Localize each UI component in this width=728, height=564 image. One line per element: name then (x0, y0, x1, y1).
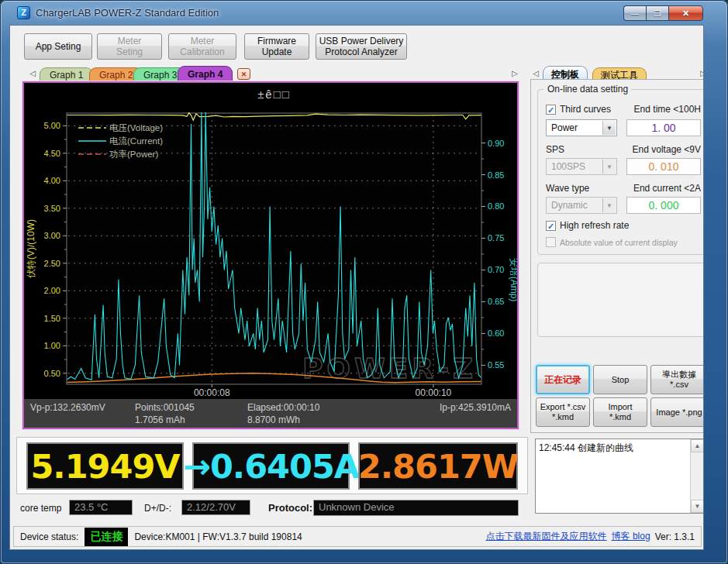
meter-setting-l1: Meter (98, 36, 161, 46)
voltage-display: 5.1949V (26, 442, 184, 490)
svg-text:3.50: 3.50 (44, 204, 60, 213)
end-time-label: End time <100H (623, 104, 701, 115)
export-l2: *.kmd (537, 412, 589, 422)
firmware-l1: Firmware (245, 36, 309, 46)
chart-info-bar: Vp-p:132.2630mV Points:001045 Elapsed:00… (24, 399, 517, 428)
tabs-scroll-right-icon[interactable]: ▷ (509, 67, 520, 80)
record-label: 正在记录 (537, 375, 588, 385)
meter-cal-l1: Meter (169, 36, 236, 46)
readout-panel: 5.1949V →0.6405A 2.8617W (16, 437, 528, 494)
elapsed-readout: Elapsed:00:00:10 (247, 402, 319, 413)
meter-setting-button: MeterSeting (97, 33, 162, 60)
high-refresh-checkbox[interactable]: ✓ High refresh rate (546, 220, 629, 231)
app-setting-label: App Seting (25, 41, 91, 52)
svg-text:00:00:08: 00:00:08 (194, 387, 230, 398)
svg-text:0.85: 0.85 (488, 170, 504, 180)
usb-pd-l2: Protocol Analyzer (316, 46, 406, 57)
right-tabs-scroll-left-icon[interactable]: ◁ (530, 67, 541, 80)
protocol-label: Protocol: (268, 502, 312, 514)
close-icon[interactable]: ✕ (668, 5, 703, 21)
meter-cal-l2: Calibration (169, 46, 236, 57)
svg-text:电压(Voltage): 电压(Voltage) (109, 123, 163, 132)
current-display: →0.6405A (192, 442, 350, 490)
vpp-readout: Vp-p:132.2630mV (30, 402, 105, 413)
svg-text:2.00: 2.00 (44, 286, 60, 295)
svg-text:±ê□□: ±ê□□ (257, 88, 291, 101)
record-button[interactable]: 正在记录 (536, 365, 590, 394)
mah-readout: 1.7056 mAh (135, 414, 185, 425)
window-controls: — ❐ ✕ (623, 5, 703, 21)
import-l2: *.kmd (594, 412, 647, 422)
export-data-l2: *.csv (651, 380, 704, 390)
stop-button[interactable]: Stop (593, 365, 647, 394)
svg-text:1.50: 1.50 (44, 314, 60, 323)
firmware-update-button[interactable]: FirmwareUpdate (244, 33, 309, 60)
reserved-panel (537, 263, 704, 337)
combo-arrow-icon: ▼ (602, 160, 616, 174)
tab-close-icon[interactable]: ✕ (237, 68, 250, 80)
status-bar: Device status: 已连接 Device:KM001 | FW:V1.… (13, 526, 702, 547)
titlebar: Z ChargerLAB POWER-Z Standard Edition — … (0, 0, 728, 25)
svg-text:0.90: 0.90 (488, 139, 504, 148)
third-curves-checkbox[interactable]: ✓ Third curves (546, 104, 611, 115)
usb-pd-analyzer-button[interactable]: USB Power DeliveryProtocol Analyzer (316, 33, 407, 60)
chart-frame: ±ê□□POWER-Z0.501.001.502.002.503.003.504… (22, 81, 519, 429)
export-data-l1: 導出數據 (651, 370, 704, 380)
core-temp-label: core temp (20, 503, 61, 514)
app-logo-icon: Z (17, 6, 30, 19)
download-link[interactable]: 点击下载最新固件及应用软件 (486, 530, 607, 543)
stop-label: Stop (594, 375, 647, 385)
svg-text:3.00: 3.00 (44, 231, 60, 240)
log-line: 12:45:44 创建新的曲线 (539, 442, 688, 455)
export-csv-kmd-button[interactable]: Export *.csv*.kmd (536, 397, 590, 427)
export-data-csv-button[interactable]: 導出數據*.csv (650, 365, 704, 394)
sps-select: 100SPS ▼ (546, 158, 617, 175)
maximize-icon[interactable]: ❐ (646, 5, 668, 21)
svg-text:0.80: 0.80 (488, 201, 504, 211)
tab-graph-4[interactable]: Graph 4 (178, 66, 233, 81)
export-l1: Export *.csv (537, 402, 589, 412)
checkbox-unchecked-icon (546, 237, 556, 247)
image-label: Image *.png (651, 408, 704, 418)
app-setting-button[interactable]: App Seting (24, 33, 92, 60)
points-readout: Points:001045 (135, 402, 195, 413)
log-scrollbar[interactable]: ▲ ▼ (690, 439, 703, 513)
svg-text:电流(Current): 电流(Current) (109, 136, 163, 146)
end-current-label: End current <2A (623, 183, 701, 194)
scroll-up-icon[interactable]: ▲ (691, 439, 704, 452)
tabs-scroll-left-icon[interactable]: ◁ (27, 67, 38, 80)
dpdm-label: D+/D-: (144, 503, 171, 514)
waveform-plot[interactable]: ±ê□□POWER-Z0.501.001.502.002.503.003.504… (24, 83, 517, 399)
blog-link[interactable]: 博客 blog (612, 530, 650, 543)
scroll-down-icon[interactable]: ▼ (691, 500, 704, 513)
online-data-setting-group: On-line data setting ✓ Third curves End … (537, 89, 704, 255)
end-time-input[interactable] (626, 119, 701, 136)
event-log[interactable]: 12:45:44 创建新的曲线 ▲ ▼ (535, 438, 704, 514)
firmware-l2: Update (245, 46, 309, 57)
core-temp-value: 23.5 °C (69, 500, 133, 515)
right-tabs-scroll-right-icon[interactable]: ▷ (698, 67, 704, 80)
combo-arrow-icon: ▼ (602, 121, 616, 135)
svg-text:0.55: 0.55 (488, 360, 504, 370)
device-info: Device:KM001 | FW:V1.3.7 build 190814 (134, 531, 302, 542)
device-status-label: Device status: (20, 531, 78, 542)
absolute-value-label: Absolute value of current display (560, 238, 678, 247)
client-area: App Seting MeterSeting MeterCalibration … (9, 25, 704, 550)
control-panel: On-line data setting ✓ Third curves End … (530, 79, 704, 433)
svg-text:0.70: 0.70 (488, 265, 504, 274)
meter-calibration-button: MeterCalibration (168, 33, 236, 60)
minimize-icon[interactable]: — (623, 5, 646, 21)
svg-text:功率(Power): 功率(Power) (109, 150, 158, 159)
svg-text:00:00:10: 00:00:10 (416, 387, 452, 398)
sps-label: SPS (546, 144, 564, 155)
wave-type-label: Wave type (546, 183, 589, 194)
connection-status-badge: 已连接 (85, 528, 128, 546)
app-window: Z ChargerLAB POWER-Z Standard Edition — … (0, 0, 728, 564)
tab-graph-1[interactable]: Graph 1 (40, 67, 93, 81)
third-curve-select[interactable]: Power ▼ (546, 119, 617, 136)
import-kmd-button[interactable]: Import*.kmd (593, 397, 647, 427)
end-current-input[interactable] (626, 197, 701, 214)
usb-pd-l1: USB Power Delivery (316, 36, 406, 46)
wave-type-value: Dynamic (551, 200, 588, 211)
image-png-button[interactable]: Image *.png (650, 397, 704, 427)
